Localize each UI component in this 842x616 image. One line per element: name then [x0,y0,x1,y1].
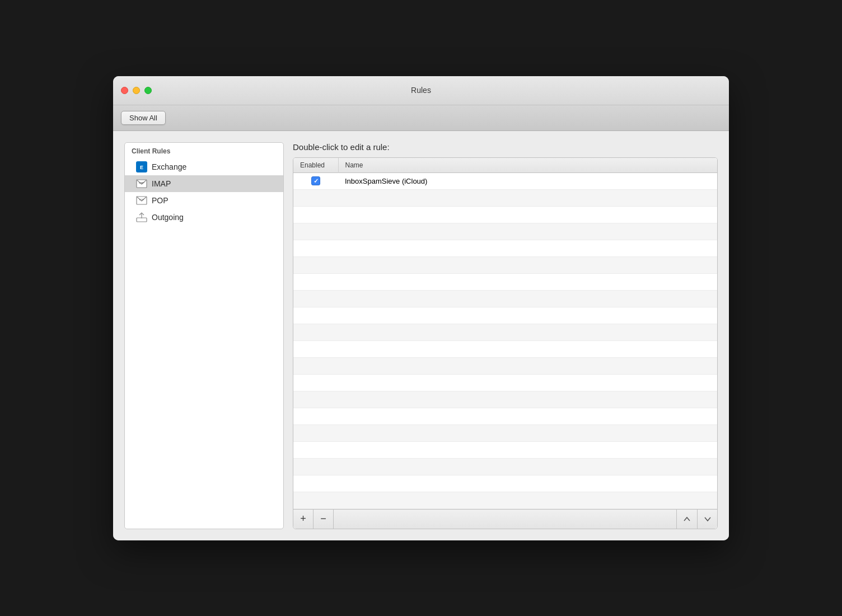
table-row-empty-2 [293,206,717,223]
show-all-button[interactable]: Show All [121,111,166,125]
enabled-checkbox[interactable] [311,176,320,185]
imap-icon: IMAP [136,178,147,189]
enabled-cell[interactable] [293,172,338,189]
sidebar-item-label-pop: POP [152,196,169,205]
table-row-empty-4 [293,240,717,256]
bottom-toolbar: + − [293,509,717,529]
minimize-button[interactable] [133,87,140,94]
sidebar-item-pop[interactable]: POP POP [125,192,283,209]
sidebar-item-label-exchange: Exchange [152,162,186,171]
close-button[interactable] [121,87,128,94]
table-row-empty-7 [293,290,717,307]
table-row-empty-3 [293,223,717,240]
sidebar-item-outgoing[interactable]: Outgoing [125,209,283,226]
client-rules-sidebar: Client Rules E Exchange IMAP [124,142,284,529]
table-row-empty-13 [293,391,717,408]
sidebar-header: Client Rules [125,143,283,158]
move-up-button[interactable] [677,510,697,529]
main-content: Client Rules E Exchange IMAP [113,131,729,540]
rules-table: Enabled Name InboxSpamSieve (iCloud) [293,158,717,509]
right-panel: Double-click to edit a rule: Enabled Nam… [293,142,718,529]
exchange-icon: E [136,161,147,172]
outgoing-icon [136,212,147,223]
table-row-empty-9 [293,324,717,340]
table-row-empty-11 [293,357,717,374]
sidebar-item-imap[interactable]: IMAP IMAP [125,175,283,192]
table-header-row: Enabled Name [293,158,717,173]
table-row-empty-12 [293,374,717,391]
table-row-empty-14 [293,408,717,424]
sidebar-item-label-outgoing: Outgoing [152,213,184,222]
table-row-empty-6 [293,273,717,290]
svg-text:E: E [140,165,143,170]
add-rule-button[interactable]: + [293,510,314,529]
move-down-button[interactable] [697,510,717,529]
sidebar-item-label-imap: IMAP [152,179,171,188]
titlebar: Rules [113,76,729,105]
table-row-empty-8 [293,307,717,324]
table-row-empty-19 [293,492,717,508]
table-row-empty-5 [293,256,717,273]
chevron-up-icon [684,513,690,525]
table-row-empty-17 [293,458,717,475]
plus-icon: + [300,513,306,525]
reorder-buttons [676,510,717,529]
rules-window: Rules Show All Client Rules E Exchange [113,76,729,540]
column-header-name: Name [338,158,717,173]
instructions-label: Double-click to edit a rule: [293,142,718,152]
chevron-down-icon [704,513,711,525]
svg-text:IMAP: IMAP [139,181,144,184]
table-row-empty-1 [293,189,717,206]
minus-icon: − [320,513,326,525]
svg-text:POP: POP [139,198,144,201]
svg-rect-6 [137,218,147,222]
table-row-empty-10 [293,340,717,357]
window-title: Rules [411,86,431,95]
table-row[interactable]: InboxSpamSieve (iCloud) [293,172,717,189]
column-header-enabled: Enabled [293,158,338,173]
table-row-empty-16 [293,441,717,458]
rules-table-wrapper: Enabled Name InboxSpamSieve (iCloud) [293,157,718,529]
rule-name-cell: InboxSpamSieve (iCloud) [338,172,717,189]
remove-rule-button[interactable]: − [314,510,334,529]
traffic-lights [121,87,152,94]
zoom-button[interactable] [144,87,152,94]
table-row-empty-18 [293,475,717,492]
table-row-empty-15 [293,424,717,441]
toolbar: Show All [113,105,729,131]
pop-icon: POP [136,195,147,206]
sidebar-item-exchange[interactable]: E Exchange [125,158,283,175]
